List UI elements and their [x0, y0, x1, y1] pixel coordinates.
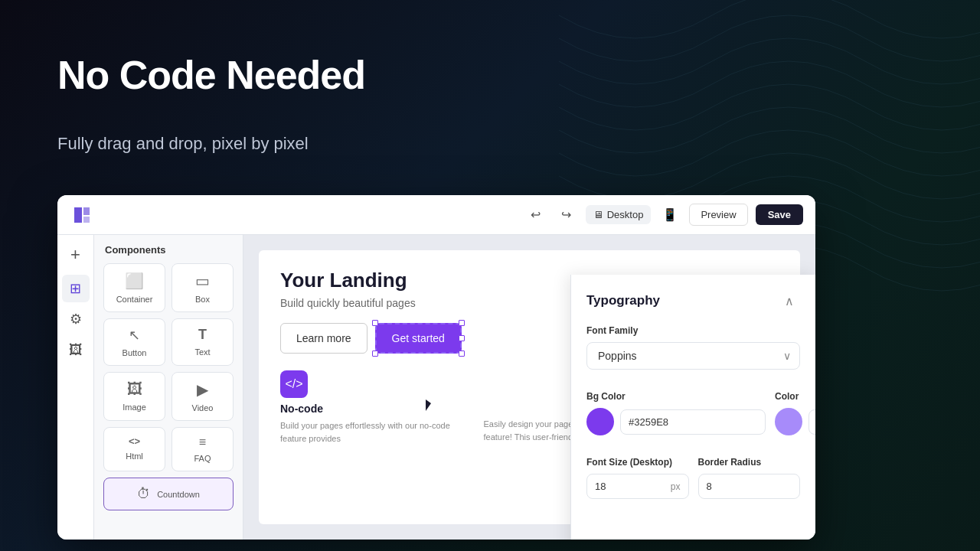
hero-title: No Code Needed [57, 54, 365, 97]
desktop-view-button[interactable]: 🖥 Desktop [586, 205, 652, 224]
nocode-text: Build your pages effortlessly with our n… [280, 419, 472, 445]
border-radius-input-wrapper [698, 474, 801, 499]
selection-handle-mr [459, 335, 465, 341]
font-size-input-wrapper: px [586, 474, 689, 499]
border-radius-label: Border Radius [698, 457, 801, 468]
bg-color-swatch[interactable] [586, 408, 614, 435]
video-label: Video [192, 403, 214, 412]
desktop-icon: 🖥 [593, 209, 603, 220]
box-icon: ▭ [195, 272, 210, 290]
get-started-button[interactable]: Get started [375, 323, 462, 354]
layers-icon-button[interactable]: ⊞ [62, 275, 90, 302]
container-icon: ⬜ [125, 272, 144, 290]
text-color-swatch[interactable] [775, 408, 802, 435]
nocode-block: </> No-code Build your pages effortlessl… [280, 370, 472, 462]
container-label: Container [116, 295, 153, 304]
faq-icon: ≡ [199, 435, 206, 449]
component-item-countdown[interactable]: ⏱ Countdown [103, 478, 234, 510]
bg-color-col: Bg Color [586, 380, 766, 435]
component-item-image[interactable]: 🖼 Image [103, 372, 165, 421]
typography-panel: Typography ∧ Font Family Poppins Inter R… [570, 275, 815, 540]
learn-more-button[interactable]: Learn more [280, 323, 368, 354]
size-radius-row: Font Size (Desktop) px Border Radius [586, 446, 800, 499]
bg-color-input[interactable] [620, 409, 766, 435]
font-size-unit: px [668, 475, 688, 498]
text-color-input[interactable] [808, 409, 815, 435]
component-item-faq[interactable]: ≡ FAQ [172, 427, 234, 471]
color-col: Color [775, 380, 815, 435]
settings-icon-button[interactable]: ⚙ [62, 305, 90, 333]
components-panel-title: Components [103, 244, 234, 256]
gear-icon: ⚙ [70, 311, 82, 328]
nocode-icon: </> [280, 370, 308, 398]
tablet-view-button[interactable]: 📱 [658, 204, 681, 227]
selection-handle-tl [372, 320, 378, 326]
text-icon: T [198, 327, 207, 343]
builder-topbar: ↩ ↪ 🖥 Desktop 📱 Preview Save [57, 195, 815, 235]
button-icon: ↖ [129, 327, 140, 344]
bg-color-label: Bg Color [586, 391, 766, 402]
color-row-inner [775, 408, 815, 435]
builder-logo [70, 203, 94, 227]
redo-button[interactable]: ↪ [555, 204, 578, 227]
countdown-label: Countdown [157, 490, 200, 499]
video-icon: ▶ [197, 380, 208, 399]
component-item-button[interactable]: ↖ Button [103, 318, 165, 366]
component-item-container[interactable]: ⬜ Container [103, 263, 165, 312]
hero-subtitle: Fully drag and drop, pixel by pixel [57, 134, 309, 154]
preview-button[interactable]: Preview [689, 204, 747, 226]
font-size-input[interactable] [587, 474, 668, 498]
panel-collapse-button[interactable]: ∧ [779, 290, 800, 311]
layers-icon: ⊞ [70, 280, 81, 297]
builder-window: ↩ ↪ 🖥 Desktop 📱 Preview Save + ⊞ ⚙ 🖼 [57, 195, 815, 540]
selection-handle-br [459, 350, 465, 357]
assets-icon-button[interactable]: 🖼 [62, 336, 90, 364]
font-family-select[interactable]: Poppins Inter Roboto [586, 342, 800, 370]
border-radius-input[interactable] [699, 474, 800, 498]
text-label: Text [194, 347, 210, 357]
font-family-select-wrapper: Poppins Inter Roboto ∨ [586, 342, 800, 370]
selection-handle-bl [372, 350, 378, 357]
countdown-icon: ⏱ [137, 486, 151, 502]
nocode-title: No-code [280, 403, 472, 415]
components-panel: Components ⬜ Container ▭ Box ↖ Button T … [94, 235, 243, 540]
topbar-actions: ↩ ↪ 🖥 Desktop 📱 Preview Save [524, 204, 803, 227]
component-item-html[interactable]: <> Html [103, 427, 165, 471]
image-icon: 🖼 [69, 342, 83, 358]
components-grid: ⬜ Container ▭ Box ↖ Button T Text 🖼 I [103, 263, 234, 510]
font-family-label: Font Family [586, 325, 800, 336]
button-label: Button [122, 348, 147, 357]
panel-header: Typography ∧ [586, 290, 800, 311]
component-item-video[interactable]: ▶ Video [172, 372, 234, 421]
font-size-label: Font Size (Desktop) [586, 457, 689, 468]
panel-title: Typography [586, 293, 660, 308]
sidebar-icons: + ⊞ ⚙ 🖼 [57, 235, 94, 540]
canvas-area[interactable]: Your Landing Build quickly beautiful pag… [243, 235, 815, 540]
color-row: Bg Color Color [586, 380, 800, 435]
image-label: Image [122, 403, 146, 412]
image-component-icon: 🖼 [127, 380, 142, 398]
border-radius-col: Border Radius [698, 446, 801, 499]
component-item-box[interactable]: ▭ Box [172, 263, 234, 312]
faq-label: FAQ [194, 454, 211, 463]
color-label: Color [775, 391, 815, 402]
html-label: Html [126, 452, 143, 461]
box-label: Box [195, 295, 210, 304]
component-item-text[interactable]: T Text [172, 318, 234, 366]
undo-button[interactable]: ↩ [524, 204, 547, 227]
html-icon: <> [129, 435, 140, 447]
save-button[interactable]: Save [756, 204, 803, 225]
font-size-col: Font Size (Desktop) px [586, 446, 689, 499]
builder-body: + ⊞ ⚙ 🖼 Components ⬜ Container ▭ Box [57, 235, 815, 540]
add-component-button[interactable]: + [65, 244, 87, 266]
bg-color-row [586, 408, 766, 435]
selection-handle-tr [459, 320, 465, 326]
